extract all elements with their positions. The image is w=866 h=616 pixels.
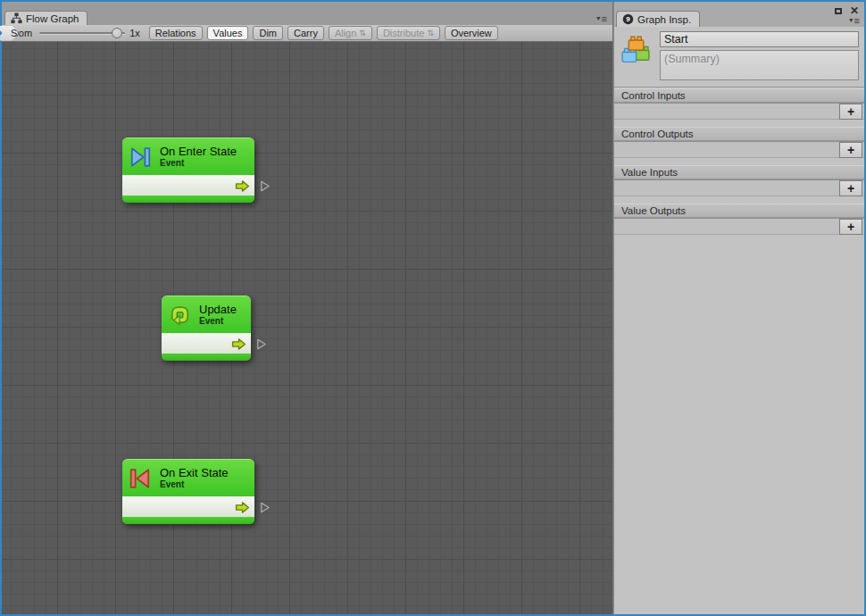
unity-editor-window: Flow Graph ▼≡ GameObject	[0, 0, 866, 616]
close-icon[interactable]: ✕	[850, 6, 859, 15]
node-on-exit-state[interactable]: On Exit State Event	[122, 459, 254, 524]
align-button[interactable]: Align⇅	[329, 26, 372, 40]
flow-graph-pane: Flow Graph ▼≡ GameObject	[2, 2, 612, 614]
zoom-slider[interactable]	[39, 28, 125, 38]
dim-button[interactable]: Dim	[253, 26, 283, 40]
inspector-tabstrip: 9 Graph Insp. ✕ ▼≡	[614, 2, 864, 27]
tab-flow-graph-label: Flow Graph	[26, 13, 79, 24]
add-control-output-button[interactable]: +	[839, 142, 862, 158]
graph-title-input[interactable]: Start	[660, 31, 859, 47]
node-header[interactable]: Update Event	[162, 296, 251, 333]
add-value-output-button[interactable]: +	[839, 219, 862, 235]
control-output-port-icon[interactable]	[234, 178, 251, 195]
graph-summary-input[interactable]: (Summary)	[660, 50, 859, 80]
graph-canvas[interactable]: On Enter State Event	[2, 42, 612, 614]
zoom-slider-knob[interactable]	[112, 28, 122, 38]
connection-ghost-icon[interactable]	[258, 179, 271, 193]
sort-arrows-icon: ⇅	[427, 29, 434, 37]
node-subtitle: Event	[160, 479, 229, 490]
graph-inspector-icon: 9	[622, 13, 634, 25]
exit-state-icon	[129, 467, 152, 490]
flow-graph-tabstrip: Flow Graph ▼≡	[2, 2, 612, 25]
section-header: Value Outputs	[614, 204, 864, 218]
node-title: On Enter State	[160, 145, 237, 158]
node-header[interactable]: On Enter State Event	[122, 137, 254, 175]
values-button[interactable]: Values	[207, 26, 249, 40]
tab-graph-inspector-label: Graph Insp.	[637, 14, 691, 25]
section-control-outputs: Control Outputs +	[614, 127, 864, 158]
section-header: Value Inputs	[614, 165, 864, 179]
node-on-enter-state[interactable]: On Enter State Event	[122, 137, 254, 203]
node-footer	[122, 196, 254, 203]
inspector-fields: Start (Summary)	[660, 31, 859, 80]
carry-button[interactable]: Carry	[287, 26, 324, 40]
node-footer	[122, 517, 254, 524]
org-chart-icon	[11, 12, 22, 24]
node-body	[122, 175, 254, 196]
flow-machine-bricks-icon	[620, 33, 653, 67]
section-empty-row: +	[614, 179, 864, 196]
distribute-button[interactable]: Distribute⇅	[377, 26, 440, 40]
section-empty-row: +	[614, 141, 864, 158]
maximize-icon[interactable]	[835, 8, 842, 14]
node-subtitle: Event	[199, 316, 237, 327]
section-empty-row: +	[614, 218, 864, 235]
tab-graph-inspector[interactable]: 9 Graph Insp.	[616, 11, 700, 27]
add-value-input-button[interactable]: +	[839, 180, 862, 196]
control-output-port-icon[interactable]	[234, 499, 251, 516]
inspector-content: Start (Summary) Control Inputs + Control…	[614, 27, 864, 614]
add-control-input-button[interactable]: +	[839, 104, 862, 120]
update-loop-icon	[168, 304, 191, 327]
node-body	[122, 496, 254, 517]
node-body	[162, 333, 251, 354]
section-control-inputs: Control Inputs +	[614, 88, 864, 120]
connection-ghost-icon[interactable]	[254, 337, 268, 351]
overview-button[interactable]: Overview	[445, 26, 498, 40]
section-header: Control Inputs	[614, 88, 864, 103]
zoom-value: 1x	[129, 28, 140, 38]
inspector-header-block: Start (Summary)	[614, 27, 864, 87]
toolbar-buttons: Relations Values Dim Carry Align⇅ Distri…	[149, 26, 498, 40]
control-output-port-icon[interactable]	[230, 336, 247, 353]
window-controls: ✕	[835, 6, 859, 15]
enter-state-icon	[129, 146, 152, 169]
node-header[interactable]: On Exit State Event	[122, 459, 254, 496]
relations-button[interactable]: Relations	[149, 26, 203, 40]
section-empty-row: +	[614, 103, 864, 120]
graph-inspector-pane: 9 Graph Insp. ✕ ▼≡	[614, 2, 864, 614]
section-value-outputs: Value Outputs +	[614, 204, 864, 235]
sort-arrows-icon: ⇅	[359, 29, 366, 37]
tab-flow-graph[interactable]: Flow Graph	[4, 11, 87, 25]
node-subtitle: Event	[160, 158, 237, 169]
node-update[interactable]: Update Event	[162, 296, 251, 361]
section-header: Control Outputs	[614, 127, 864, 141]
flow-graph-toolbar: GameObject	[2, 25, 612, 42]
node-footer	[162, 354, 251, 361]
pane-menu-icon[interactable]: ▼≡	[595, 14, 607, 23]
connection-ghost-icon[interactable]	[258, 501, 271, 514]
section-value-inputs: Value Inputs +	[614, 165, 864, 196]
node-title: Update	[199, 303, 237, 316]
svg-text:9: 9	[626, 15, 630, 23]
pane-menu-icon[interactable]: ▼≡	[848, 16, 860, 25]
node-title: On Exit State	[160, 466, 229, 479]
